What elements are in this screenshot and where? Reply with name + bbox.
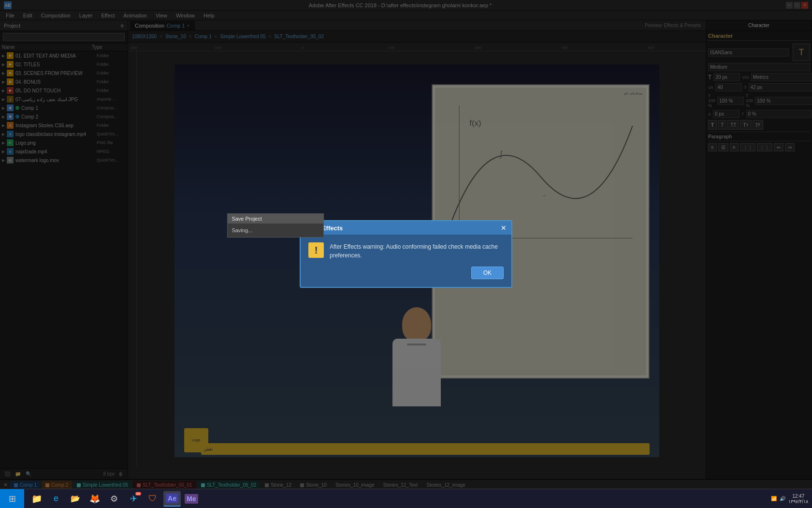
telegram-badge: 66	[135, 492, 141, 495]
modal-message-text: After Effects warning: Audio conforming …	[330, 242, 504, 260]
network-icon[interactable]: 📶	[771, 496, 777, 501]
taskbar-right: 📶 🔊 12:47 ۱۳۹۷/۴/۱۸	[767, 493, 812, 504]
save-dialog-body: Saving...	[228, 224, 323, 237]
taskbar-explorer[interactable]: 📁	[28, 491, 45, 507]
warning-icon: !	[308, 242, 324, 258]
taskbar-ae[interactable]: Ae	[163, 491, 181, 507]
modal-body: ! After Effects warning: Audio conformin…	[301, 235, 511, 287]
modal-close-btn[interactable]: ✕	[501, 224, 507, 232]
warning-dialog: After Effects ✕ ! After Effects warning:…	[300, 220, 512, 288]
taskbar-apps: 📁 e 📂 🦊 ⚙ ✈ 66 🛡 Ae Me	[24, 491, 767, 507]
volume-icon[interactable]: 🔊	[780, 496, 785, 501]
taskbar: ⊞ 📁 e 📂 🦊 ⚙ ✈ 66 🛡 Ae Me 📶	[0, 489, 812, 508]
modal-title-bar: After Effects ✕	[301, 221, 511, 235]
taskbar-chrome[interactable]: ⚙	[105, 491, 123, 507]
taskbar-avast[interactable]: 🛡	[144, 491, 161, 507]
start-button[interactable]: ⊞	[0, 489, 24, 508]
taskbar-clock: 12:47 ۱۳۹۷/۴/۱۸	[788, 493, 808, 504]
taskbar-time: 12:47	[792, 493, 804, 499]
taskbar-files[interactable]: 📂	[67, 491, 84, 507]
save-dialog-title: Save Project	[228, 214, 323, 224]
taskbar-me[interactable]: Me	[183, 491, 200, 507]
modal-overlay: Save Project Saving... After Effects ✕ !…	[0, 0, 812, 508]
taskbar-date: ۱۳۹۷/۴/۱۸	[788, 499, 808, 504]
modal-buttons: OK	[308, 267, 504, 279]
modal-message-row: ! After Effects warning: Audio conformin…	[308, 242, 504, 260]
taskbar-firefox[interactable]: 🦊	[86, 491, 103, 507]
modal-ok-button[interactable]: OK	[471, 267, 504, 279]
save-project-dialog: Save Project Saving...	[227, 213, 324, 238]
save-dialog-label: Save Project	[232, 216, 261, 222]
taskbar-telegram[interactable]: ✈ 66	[125, 491, 142, 507]
taskbar-ie[interactable]: e	[47, 491, 65, 507]
